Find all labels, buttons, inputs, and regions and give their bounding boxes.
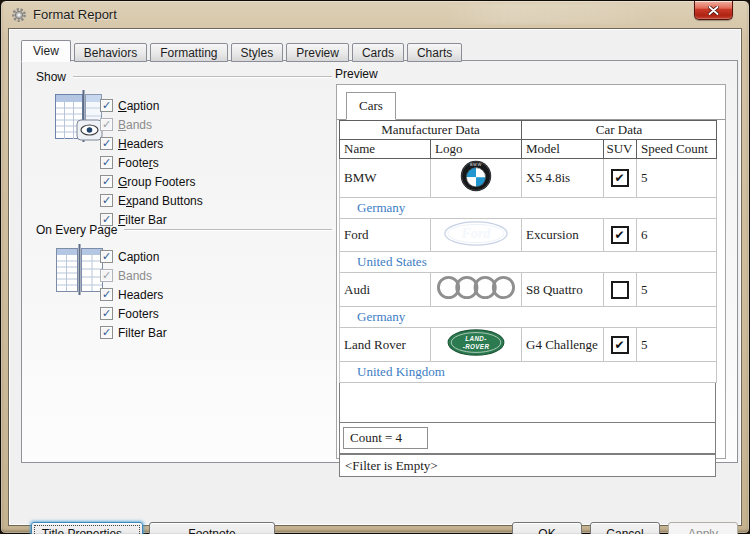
cell-model: Excursion <box>522 219 604 252</box>
cell-name: BMW <box>340 159 431 198</box>
show-group-title: Show <box>36 70 66 84</box>
table-row: BMW BMW X5 4.8is✔5 <box>340 159 717 198</box>
tab-cards[interactable]: Cards <box>352 43 404 62</box>
every-page-group-line <box>124 229 332 230</box>
ok-button[interactable]: OK <box>512 522 582 534</box>
checkbox-box: ✓ <box>100 137 113 150</box>
band-header: Car Data <box>522 121 717 140</box>
svg-text:LAND-: LAND- <box>465 335 486 342</box>
every-page-checkbox-footers[interactable]: ✓Footers <box>100 304 167 323</box>
every-page-group-title: On Every Page <box>36 223 117 237</box>
column-header: Name <box>340 140 431 159</box>
column-header: Logo <box>431 140 522 159</box>
cell-logo: Ford <box>431 219 522 252</box>
checkbox-label: Caption <box>118 250 159 264</box>
column-header: SUV <box>604 140 637 159</box>
cancel-button[interactable]: Cancel <box>590 522 660 534</box>
every-page-checklist: ✓Caption✓Bands✓Headers✓Footers✓Filter Ba… <box>100 247 167 342</box>
view-tab-page: Show ✓Caption✓Bands✓Headers✓Footers✓ <box>21 60 738 463</box>
count-summary: Count = 4 <box>343 427 428 449</box>
titlebar[interactable]: Format Report <box>1 1 749 29</box>
checkbox-label: Caption <box>118 99 159 113</box>
titlebar-glass-reflection <box>441 4 661 24</box>
tab-strip: ViewBehaviorsFormattingStylesPreviewCard… <box>21 39 465 61</box>
group-row: Germany <box>340 198 717 219</box>
table-row: Land Rover LAND- -ROVER G4 Challenge✔5 <box>340 328 717 362</box>
group-row-label: United States <box>340 252 717 273</box>
table-row: Audi S8 Quattro5 <box>340 273 717 307</box>
preview-label: Preview <box>335 67 378 81</box>
group-row-label: Germany <box>340 307 717 328</box>
checkbox-box: ✓ <box>100 288 113 301</box>
checkbox-box: ✓ <box>100 326 113 339</box>
cell-name: Audi <box>340 273 431 307</box>
footnote-properties-button[interactable]: Footnote Properties... <box>149 522 275 534</box>
show-group-line <box>73 76 332 77</box>
suv-checkbox: ✔ <box>611 336 629 354</box>
every-page-group-header: On Every Page <box>36 222 332 237</box>
show-checkbox-footers[interactable]: ✓Footers <box>100 153 203 172</box>
tab-view[interactable]: View <box>21 40 71 62</box>
cell-logo: BMW <box>431 159 522 198</box>
preview-empty-area <box>339 383 716 423</box>
tab-preview[interactable]: Preview <box>286 43 349 62</box>
preview-table: Manufacturer DataCar DataNameLogoModelSU… <box>339 120 717 383</box>
tab-styles[interactable]: Styles <box>231 43 284 62</box>
checkbox-label: Headers <box>118 137 163 151</box>
every-page-checkbox-bands: ✓Bands <box>100 266 167 285</box>
svg-text:-ROVER: -ROVER <box>462 343 489 350</box>
checkbox-box: ✓ <box>100 250 113 263</box>
every-page-checkbox-headers[interactable]: ✓Headers <box>100 285 167 304</box>
show-checkbox-headers[interactable]: ✓Headers <box>100 134 203 153</box>
svg-text:BMW: BMW <box>469 162 481 167</box>
gear-icon <box>11 7 27 23</box>
cell-name: Land Rover <box>340 328 431 362</box>
tab-charts[interactable]: Charts <box>407 43 462 62</box>
cell-speed-count: 5 <box>637 159 717 198</box>
group-row-label: United Kingdom <box>340 362 717 383</box>
preview-tab-cars: Cars <box>346 92 396 120</box>
show-checklist: ✓Caption✓Bands✓Headers✓Footers✓Group Foo… <box>100 96 203 229</box>
tab-formatting[interactable]: Formatting <box>150 43 227 62</box>
checkbox-label: Expand Buttons <box>118 194 203 208</box>
landrover-logo: LAND- -ROVER <box>447 329 505 356</box>
show-checkbox-caption[interactable]: ✓Caption <box>100 96 203 115</box>
preview-panel: Cars Manufacturer DataCar DataNameLogoMo… <box>336 84 726 459</box>
preview-footer-band: Count = 4 <box>339 423 716 454</box>
ford-logo: Ford <box>444 221 508 246</box>
checkbox-box: ✓ <box>100 156 113 169</box>
format-report-dialog: Format Report ViewBehaviorsFormattingSty… <box>0 0 750 534</box>
cell-speed-count: 5 <box>637 328 717 362</box>
suv-checkbox: ✔ <box>611 226 629 244</box>
checkbox-box: ✓ <box>100 307 113 320</box>
column-header: Speed Count <box>637 140 717 159</box>
every-page-checkbox-filter-bar[interactable]: ✓Filter Bar <box>100 323 167 342</box>
cell-model: G4 Challenge <box>522 328 604 362</box>
band-header-row: Manufacturer DataCar Data <box>340 121 717 140</box>
checkbox-label: Headers <box>118 288 163 302</box>
checkbox-box: ✓ <box>100 118 113 131</box>
suv-checkbox <box>611 281 629 299</box>
every-page-checkbox-caption[interactable]: ✓Caption <box>100 247 167 266</box>
suv-checkbox: ✔ <box>611 169 629 187</box>
group-row: United Kingdom <box>340 362 717 383</box>
checkbox-label: Filter Bar <box>118 326 167 340</box>
cell-logo: LAND- -ROVER <box>431 328 522 362</box>
cell-speed-count: 5 <box>637 273 717 307</box>
dialog-client-area: ViewBehaviorsFormattingStylesPreviewCard… <box>9 29 741 525</box>
column-header-row: NameLogoModelSUVSpeed Count <box>340 140 717 159</box>
close-button[interactable] <box>694 1 733 20</box>
show-checkbox-expand-buttons[interactable]: ✓Expand Buttons <box>100 191 203 210</box>
checkbox-label: Bands <box>118 118 152 132</box>
checkbox-box: ✓ <box>100 175 113 188</box>
cell-model: X5 4.8is <box>522 159 604 198</box>
cell-speed-count: 6 <box>637 219 717 252</box>
cell-suv: ✔ <box>604 328 637 362</box>
table-row: Ford Ford Excursion✔6 <box>340 219 717 252</box>
tab-behaviors[interactable]: Behaviors <box>74 43 147 62</box>
cell-name: Ford <box>340 219 431 252</box>
show-checkbox-group-footers[interactable]: ✓Group Footers <box>100 172 203 191</box>
audi-logo <box>437 274 515 301</box>
apply-button[interactable]: Apply <box>668 522 738 534</box>
title-properties-button[interactable]: Title Properties... <box>31 522 143 534</box>
